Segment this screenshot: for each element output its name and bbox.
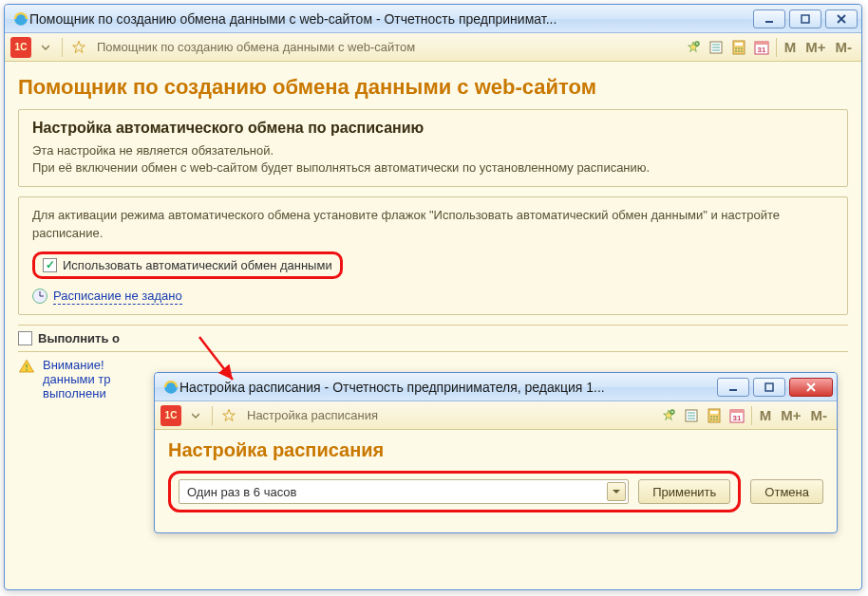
apply-button[interactable]: Применить xyxy=(638,479,730,504)
svg-rect-2 xyxy=(802,15,809,23)
main-title-text: Помощник по созданию обмена данными с we… xyxy=(29,11,749,27)
schedule-link[interactable]: Расписание не задано xyxy=(53,289,182,305)
close-button[interactable] xyxy=(825,9,858,28)
svg-rect-25 xyxy=(765,383,773,391)
sub-heading: Настройка расписания xyxy=(168,439,823,461)
calendar-icon[interactable]: 31 xyxy=(726,405,747,426)
sub-minimize-button[interactable] xyxy=(717,378,749,397)
svg-point-14 xyxy=(741,47,743,49)
panel-heading: Настройка автоматического обмена по расп… xyxy=(32,120,834,137)
warning-line-1: Внимание! xyxy=(43,358,111,372)
m-minus-button[interactable]: М- xyxy=(807,407,832,423)
toolbar-right: 31 М М+ М- xyxy=(683,37,856,58)
svg-point-38 xyxy=(710,419,712,420)
execute-row: ✓ Выполнить о xyxy=(18,331,848,345)
warning-line-2: данными тр xyxy=(43,372,111,386)
dropdown-value: Один раз в 6 часов xyxy=(187,485,297,499)
activation-panel: Для активации режима автоматического обм… xyxy=(18,196,848,314)
highlight-checkbox-area: ✓ Использовать автоматический обмен данн… xyxy=(32,251,343,279)
schedule-link-row: Расписание не задано xyxy=(32,289,834,305)
calendar-icon[interactable]: 31 xyxy=(751,37,772,58)
schedule-dropdown[interactable]: Один раз в 6 часов xyxy=(179,479,629,504)
svg-point-36 xyxy=(713,416,715,418)
add-favorite-icon[interactable] xyxy=(683,37,704,58)
m-button[interactable]: М xyxy=(781,39,801,55)
divider xyxy=(18,325,848,326)
sub-toolbar-title: Настройка расписания xyxy=(247,408,654,422)
svg-point-15 xyxy=(735,50,737,52)
toolbar-separator xyxy=(776,38,777,57)
schedule-dialog: Настройка расписания - Отчетность предпр… xyxy=(154,372,838,533)
chevron-down-icon[interactable] xyxy=(607,482,626,501)
svg-point-37 xyxy=(716,416,718,418)
maximize-button[interactable] xyxy=(789,9,821,28)
favorite-star-icon[interactable] xyxy=(218,405,239,426)
svg-text:31: 31 xyxy=(732,414,741,422)
main-content: Помощник по созданию обмена данными с we… xyxy=(5,62,861,410)
warning-line-3: выполнени xyxy=(43,386,111,400)
svg-point-39 xyxy=(713,419,715,420)
page-heading: Помощник по созданию обмена данными с we… xyxy=(18,75,848,100)
sub-maximize-button[interactable] xyxy=(753,378,785,397)
main-titlebar[interactable]: Помощник по созданию обмена данными с we… xyxy=(5,5,861,33)
checkbox-label: Использовать автоматический обмен данным… xyxy=(63,258,332,272)
toolbar-separator xyxy=(212,406,213,425)
dropdown-arrow-icon[interactable] xyxy=(185,405,206,426)
m-plus-button[interactable]: М+ xyxy=(777,407,804,423)
add-favorite-icon[interactable] xyxy=(658,405,679,426)
clock-icon xyxy=(32,289,47,304)
panel-text-2: При её включении обмен с web-сайтом буде… xyxy=(32,159,834,177)
svg-point-13 xyxy=(738,47,740,49)
toolbar-separator xyxy=(62,38,63,57)
favorite-star-icon[interactable] xyxy=(68,37,89,58)
schedule-form-row: Один раз в 6 часов Применить Отмена xyxy=(168,471,823,512)
highlight-form-area: Один раз в 6 часов Применить xyxy=(168,471,741,512)
auto-exchange-checkbox[interactable]: ✓ xyxy=(43,258,57,272)
ie-icon xyxy=(162,379,179,396)
svg-rect-19 xyxy=(755,42,768,45)
svg-point-16 xyxy=(738,50,740,52)
warning-icon xyxy=(18,358,35,375)
svg-point-22 xyxy=(26,369,28,371)
activation-instruction: Для активации режима автоматического обм… xyxy=(32,207,834,241)
sub-close-button[interactable] xyxy=(789,378,833,397)
execute-label: Выполнить о xyxy=(38,331,120,345)
execute-checkbox[interactable]: ✓ xyxy=(18,331,32,345)
dropdown-arrow-icon[interactable] xyxy=(35,37,56,58)
calculator-icon[interactable] xyxy=(728,37,749,58)
svg-point-17 xyxy=(741,50,743,52)
cancel-button[interactable]: Отмена xyxy=(750,479,823,504)
svg-text:31: 31 xyxy=(757,46,765,54)
svg-point-35 xyxy=(710,416,712,418)
sub-toolbar-right: 31 М М+ М- xyxy=(658,405,831,426)
toolbar-separator xyxy=(751,406,752,425)
svg-rect-42 xyxy=(730,410,744,413)
svg-point-12 xyxy=(735,47,737,49)
schedule-intro-panel: Настройка автоматического обмена по расп… xyxy=(18,109,848,187)
list-icon[interactable] xyxy=(706,37,726,58)
logo-1c-icon[interactable]: 1C xyxy=(160,405,181,426)
list-icon[interactable] xyxy=(681,405,702,426)
ie-icon xyxy=(12,10,29,28)
svg-point-40 xyxy=(716,419,718,420)
svg-rect-34 xyxy=(710,411,718,414)
minimize-button[interactable] xyxy=(753,9,785,28)
main-toolbar: 1C Помощник по созданию обмена данными с… xyxy=(5,33,861,62)
logo-1c-icon[interactable]: 1C xyxy=(10,37,31,58)
m-plus-button[interactable]: М+ xyxy=(802,39,829,55)
sub-content: Настройка расписания Один раз в 6 часов … xyxy=(155,430,837,520)
warning-text: Внимание! данными тр выполнени xyxy=(43,358,111,400)
m-minus-button[interactable]: М- xyxy=(832,39,857,55)
m-button[interactable]: М xyxy=(756,407,776,423)
sub-titlebar[interactable]: Настройка расписания - Отчетность предпр… xyxy=(155,373,837,401)
calculator-icon[interactable] xyxy=(704,405,725,426)
toolbar-title: Помощник по созданию обмена данными с we… xyxy=(97,40,679,54)
panel-text-1: Эта настройка не является обязательной. xyxy=(32,142,834,159)
sub-toolbar: 1C Настройка расписания 31 М М+ М- xyxy=(155,401,837,430)
svg-rect-11 xyxy=(735,43,743,46)
divider xyxy=(18,351,848,352)
sub-title-text: Настройка расписания - Отчетность предпр… xyxy=(179,380,713,395)
